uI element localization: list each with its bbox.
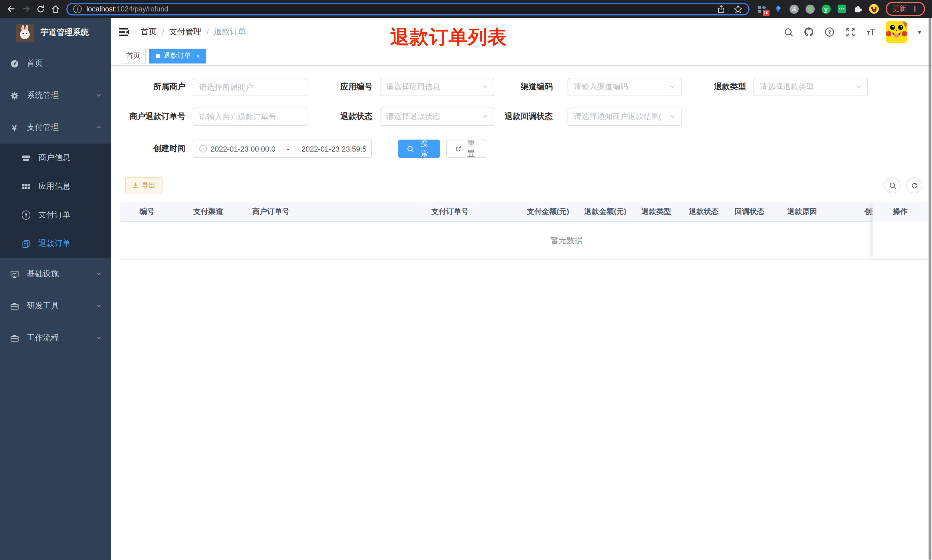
merchant-input[interactable] <box>193 78 307 96</box>
breadcrumb-parent[interactable]: 支付管理 <box>169 27 201 37</box>
github-button[interactable] <box>803 26 815 38</box>
app-title: 芋道管理系统 <box>41 28 89 38</box>
sidebar-collapse-button[interactable] <box>118 26 129 38</box>
browser-menu-icon[interactable]: ⋮ <box>911 5 918 13</box>
merchant-refund-no-input[interactable] <box>193 108 307 126</box>
merchant-input-field[interactable] <box>199 83 301 91</box>
fullscreen-button[interactable] <box>844 26 856 38</box>
sidebar-item-infra[interactable]: 基础设施 <box>0 258 111 290</box>
page-annotation-title: 退款订单列表 <box>390 25 507 50</box>
th-callback-status[interactable]: 回调状态 <box>726 202 778 222</box>
page-info-icon[interactable]: i <box>73 5 82 13</box>
empty-data-text: 暂无数据 <box>551 235 583 246</box>
date-start-value[interactable]: 2022-01-23 00:00:00 <box>211 145 275 153</box>
question-icon: ? <box>824 27 835 37</box>
browser-forward-button[interactable] <box>18 2 33 16</box>
help-button[interactable]: ? <box>824 26 835 38</box>
extension-blocks-icon[interactable]: 10 <box>757 4 767 14</box>
bookmark-star-icon[interactable] <box>734 4 743 14</box>
header-search-button[interactable] <box>783 26 794 38</box>
channel-select[interactable]: 请输入渠道编码 <box>568 78 682 96</box>
browser-home-button[interactable] <box>48 2 63 16</box>
sidebar-item-merchant-info[interactable]: 商户信息 <box>0 143 111 172</box>
sidebar-item-label: 基础设施 <box>27 269 59 279</box>
chevron-down-icon <box>95 91 102 100</box>
field-refund-type: 退款类型 请选择退款类型 <box>689 78 868 96</box>
th-pay-channel[interactable]: 支付渠道 <box>184 202 243 222</box>
merchant-refund-no-field[interactable] <box>199 112 301 121</box>
refresh-table-button[interactable] <box>906 177 922 193</box>
address-bar[interactable]: i localhost:1024/pay/refund <box>66 3 749 15</box>
extension-emoji-icon[interactable] <box>869 4 879 14</box>
th-refund-type[interactable]: 退款类型 <box>632 202 680 222</box>
search-icon <box>784 27 793 37</box>
th-refund-status[interactable]: 退款状态 <box>680 202 726 222</box>
export-button-label: 导出 <box>142 180 155 190</box>
home-icon <box>51 4 60 14</box>
tag-close-icon[interactable]: × <box>196 52 200 59</box>
share-icon[interactable] <box>717 5 726 13</box>
toggle-search-button[interactable] <box>884 177 901 193</box>
create-time-range-picker[interactable]: 2022-01-23 00:00:00 - 2022-01-23 23:59:5… <box>193 140 372 158</box>
sidebar-item-pay[interactable]: ¥ 支付管理 <box>0 112 111 143</box>
refund-status-select[interactable]: 请选择退款状态 <box>380 108 494 126</box>
hamburger-icon <box>118 26 129 38</box>
th-id[interactable]: 编号 <box>120 202 184 222</box>
export-button[interactable]: 导出 <box>125 177 163 193</box>
browser-update-button[interactable]: 更新 ⋮ <box>886 2 925 16</box>
browser-reload-button[interactable] <box>33 2 48 16</box>
tag-label: 退款订单 <box>164 51 191 61</box>
sidebar-item-system[interactable]: 系统管理 <box>0 80 111 112</box>
th-pay-amount[interactable]: 支付金额(元) <box>518 202 575 222</box>
th-operation[interactable]: 操作 <box>872 202 928 222</box>
field-create-time: 创建时间 2022-01-23 00:00:00 - 2022-01-23 23… <box>120 140 372 158</box>
briefcase-icon <box>10 334 19 342</box>
user-avatar[interactable] <box>886 21 907 43</box>
sidebar-logo[interactable]: 芋道管理系统 <box>0 18 111 48</box>
field-label: 渠道编码 <box>495 82 553 92</box>
field-app: 应用编号 请选择应用信息 <box>315 78 494 96</box>
chevron-down-icon <box>95 269 102 278</box>
extension-record-icon[interactable] <box>805 4 815 14</box>
avatar-caret-icon[interactable]: ▼ <box>917 29 922 35</box>
document-icon <box>22 239 30 248</box>
th-create-time[interactable]: 创建时间 <box>855 202 872 222</box>
sidebar-item-home[interactable]: 首页 <box>0 48 111 80</box>
grid-icon <box>22 182 30 191</box>
sidebar-item-pay-order[interactable]: ¥ 支付订单 <box>0 201 111 229</box>
tag-home[interactable]: 首页 <box>121 48 146 63</box>
reset-button[interactable]: 重置 <box>446 140 486 158</box>
th-pay-order-no[interactable]: 支付订单号 <box>422 202 518 222</box>
field-label: 应用编号 <box>315 82 372 92</box>
sidebar-submenu-pay: 商户信息 应用信息 ¥ 支付订单 退款订单 <box>0 143 111 258</box>
extension-kite-icon[interactable] <box>773 4 783 14</box>
th-refund-amount[interactable]: 退款金额(元) <box>575 202 632 222</box>
kite-icon <box>774 5 782 13</box>
sidebar-item-workflow[interactable]: 工作流程 <box>0 322 111 354</box>
extension-puzzle-icon[interactable] <box>853 4 863 14</box>
tag-refund-order[interactable]: 退款订单 × <box>149 48 206 63</box>
notify-status-select[interactable]: 请选择通知商户退款结果( <box>568 108 682 126</box>
sidebar-item-devtools[interactable]: 研发工具 <box>0 290 111 322</box>
yen-icon: ¥ <box>10 123 19 132</box>
th-merchant-order-no[interactable]: 商户订单号 <box>243 202 422 222</box>
extension-chat-icon[interactable]: ••• <box>837 4 847 14</box>
extension-command-icon[interactable]: ⌘ <box>789 4 799 14</box>
toolbox-icon <box>10 302 19 310</box>
font-size-button[interactable]: TT <box>865 26 877 38</box>
chevron-down-icon <box>95 334 102 343</box>
extension-y-icon[interactable]: y <box>821 4 831 14</box>
breadcrumb-separator: / <box>206 28 209 37</box>
th-refund-reason[interactable]: 退款原因 <box>778 202 855 222</box>
refund-type-select[interactable]: 请选择退款类型 <box>754 78 868 96</box>
app-select[interactable]: 请选择应用信息 <box>380 78 494 96</box>
sidebar-item-refund-order[interactable]: 退款订单 <box>0 229 111 258</box>
page-scrollbar[interactable] <box>929 18 931 560</box>
sidebar-item-app-info[interactable]: 应用信息 <box>0 172 111 201</box>
browser-back-button[interactable] <box>3 2 18 16</box>
pikachu-avatar-image <box>886 21 907 43</box>
breadcrumb-home[interactable]: 首页 <box>141 27 157 37</box>
refresh-icon <box>910 182 918 189</box>
date-end-value[interactable]: 2022-01-23 23:59:59 <box>301 145 366 153</box>
search-button[interactable]: 搜索 <box>398 140 440 158</box>
